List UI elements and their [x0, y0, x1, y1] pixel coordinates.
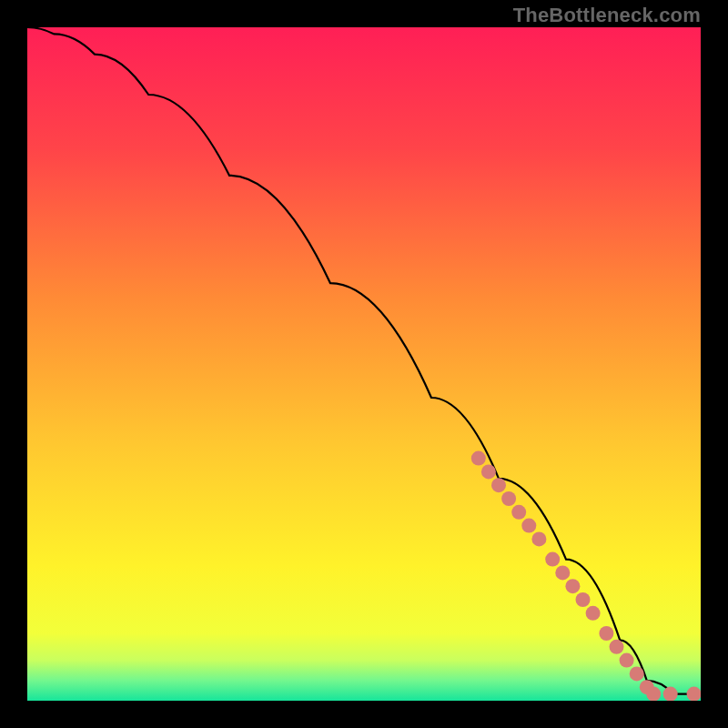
- data-marker: [610, 640, 624, 654]
- data-marker: [620, 653, 634, 668]
- data-marker: [687, 687, 701, 701]
- data-marker: [586, 606, 601, 621]
- data-marker: [646, 687, 661, 701]
- data-marker: [576, 592, 591, 607]
- data-marker: [555, 565, 570, 580]
- watermark-text: TheBottleneck.com: [513, 4, 701, 27]
- data-marker: [565, 579, 580, 593]
- data-marker: [521, 519, 536, 533]
- data-marker: [531, 531, 546, 546]
- data-marker: [663, 687, 678, 701]
- curve-layer: [27, 27, 701, 701]
- plot-area: [27, 27, 701, 701]
- data-marker: [545, 552, 560, 567]
- curve-line: [27, 27, 701, 694]
- data-marker: [511, 505, 526, 520]
- data-marker: [491, 478, 506, 492]
- chart-container: TheBottleneck.com: [0, 0, 728, 728]
- data-marker: [501, 491, 516, 506]
- data-marker: [599, 626, 613, 641]
- data-marker: [481, 464, 496, 479]
- data-marker: [471, 451, 486, 466]
- data-marker: [630, 666, 644, 681]
- data-markers: [471, 451, 701, 701]
